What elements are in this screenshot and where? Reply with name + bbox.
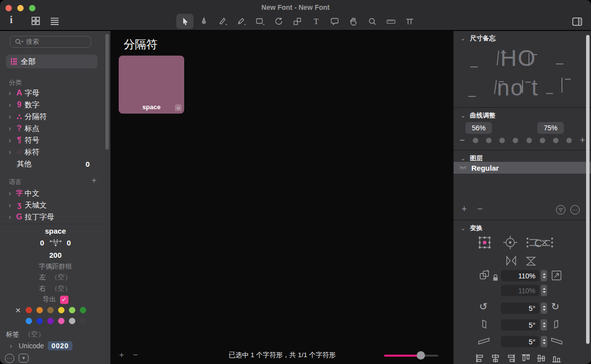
export-checkbox[interactable]: ✓ [60,296,68,304]
transform-metrics-center-button[interactable]: C [525,235,554,250]
sidebar-item-devanagari[interactable]: › ʒ 天城文 [6,199,104,211]
disclosure-chevron-icon[interactable]: › [6,136,14,144]
skew-left-button[interactable] [477,336,491,346]
pencil-tool-button[interactable] [232,14,250,29]
scale-x-field[interactable]: 110% [501,270,539,281]
font-info-button[interactable]: i [10,14,13,26]
rotate-cw-button[interactable]: ↻ [551,302,559,311]
fit-curve-step-dot[interactable] [473,138,478,143]
section-chevron-icon[interactable]: ⌄ [460,225,465,232]
sidebar-item-other[interactable]: 其他 0 [6,158,104,170]
sidebar-item-all[interactable]: 全部 [6,55,98,68]
sidebar-item-separators[interactable]: › ∴ 分隔符 [6,111,104,122]
slant-field[interactable]: 5° [501,319,539,331]
disclosure-chevron-icon[interactable]: › [6,113,14,121]
grid-view-button[interactable] [31,16,41,26]
measure-tool-button[interactable] [382,14,399,29]
section-chevron-icon[interactable]: ⌄ [460,112,465,119]
layer-options-button[interactable]: ⋯ [570,205,580,214]
transform-header[interactable]: ⌄ 变换 [460,224,483,233]
primitives-tool-button[interactable] [251,14,268,29]
filter-layers-button[interactable] [556,205,565,214]
rotate-ccw-button[interactable]: ↺ [479,302,488,311]
disclosure-chevron-icon[interactable]: › [6,213,14,221]
scale-y-stepper[interactable] [541,285,547,296]
color-swatch[interactable] [58,307,65,313]
scale-free-button[interactable] [550,269,563,282]
more-options-button[interactable]: ⋯ [5,354,14,363]
color-swatch[interactable] [58,318,65,324]
sidebar-item-letters[interactable]: › A 字母 [6,87,104,99]
sidebar-item-marks[interactable]: › ◌ 标符 [6,146,104,158]
color-swatch[interactable] [47,318,54,324]
cell-size-slider[interactable] [384,351,438,360]
skew-field[interactable]: 5° [501,336,539,347]
slider-thumb[interactable] [417,351,425,360]
fit-curve-max-button[interactable]: 75% [537,122,564,134]
fit-curve-step-dot[interactable] [486,138,492,143]
rotate-stepper[interactable] [541,303,547,314]
dropdown-button[interactable]: ▼ [19,354,29,363]
toggle-right-panel-button[interactable] [571,16,583,27]
scale-y-field[interactable]: 110% [501,285,539,296]
align-left-button[interactable] [474,353,486,364]
color-swatch[interactable] [69,318,75,324]
add-language-button[interactable]: + [92,176,97,185]
transform-origin-button[interactable] [476,234,493,251]
skew-stepper[interactable] [541,336,547,347]
rotate-field[interactable]: 5° [501,303,539,314]
section-chevron-icon[interactable]: ⌄ [460,35,465,42]
metrics-tool-button[interactable] [401,14,418,29]
sidebar-item-chinese[interactable]: › 字 中文 [6,187,104,199]
scale-copy-button[interactable] [478,269,491,282]
fit-curve-header[interactable]: ⌄ 曲线调整 [460,111,495,120]
fit-curve-step-dot[interactable] [566,138,572,143]
glyph-width-value[interactable]: 200 [0,251,111,259]
disclosure-chevron-icon[interactable]: › [7,342,15,350]
clear-color-button[interactable]: ✕ [15,306,21,314]
fit-curve-step-dot[interactable] [513,138,518,143]
color-swatch[interactable] [26,307,32,313]
lock-proportions-icon[interactable] [492,274,498,281]
align-bottom-button[interactable] [551,353,562,364]
right-sidebearing-value[interactable]: 0 [67,239,71,247]
list-view-button[interactable] [50,16,60,26]
select-tool-button[interactable] [176,14,194,29]
glyph-grid-area[interactable]: 分隔符 space u + − 已选中 1 个字符形，共 1/1 个字符形 [111,31,453,364]
disclosure-chevron-icon[interactable]: › [6,148,14,156]
scale-x-stepper[interactable] [541,270,547,281]
disclosure-chevron-icon[interactable]: › [6,201,14,209]
sidebar-item-symbols[interactable]: › ¶ 符号 [6,134,104,146]
kern-right-value[interactable]: （空） [51,284,71,293]
color-swatch[interactable] [47,307,54,313]
sidebar-item-latin[interactable]: › G 拉丁字母 [6,211,104,223]
section-chevron-icon[interactable]: ⌄ [460,155,465,162]
flip-horizontal-button[interactable] [505,254,518,267]
color-swatch[interactable] [26,318,32,324]
sidebar-item-numbers[interactable]: › 9 数字 [6,99,104,111]
remove-layer-button[interactable]: − [477,206,483,212]
disclosure-chevron-icon[interactable]: › [6,101,14,109]
align-center-horizontal-button[interactable] [490,353,501,364]
zoom-tool-button[interactable] [363,14,381,29]
disclosure-chevron-icon[interactable]: › [6,124,14,132]
left-sidebearing-value[interactable]: 0 [40,239,44,247]
layer-row-regular[interactable]: Regular [454,162,591,174]
fit-curve-step-dot[interactable] [526,138,532,143]
disclosure-chevron-icon[interactable]: › [6,89,14,97]
tags-value[interactable]: （空） [24,330,45,339]
fit-curve-min-button[interactable]: 56% [465,122,492,134]
fit-curve-step-dot[interactable] [499,138,505,143]
color-swatch[interactable] [69,307,75,313]
align-center-vertical-button[interactable] [535,353,547,364]
disclosure-chevron-icon[interactable]: › [6,189,14,197]
hand-tool-button[interactable] [345,14,362,29]
fit-curve-step-dot[interactable] [540,138,545,143]
slant-right-button[interactable] [551,318,561,330]
color-swatch[interactable] [36,318,43,324]
color-swatch[interactable] [80,318,86,324]
fit-curve-plus-button[interactable]: + [580,138,585,143]
kern-left-value[interactable]: （空） [51,273,71,282]
fit-curve-minus-button[interactable]: − [460,138,465,143]
dimensions-header[interactable]: ⌄ 尺寸备忘 [460,34,495,43]
